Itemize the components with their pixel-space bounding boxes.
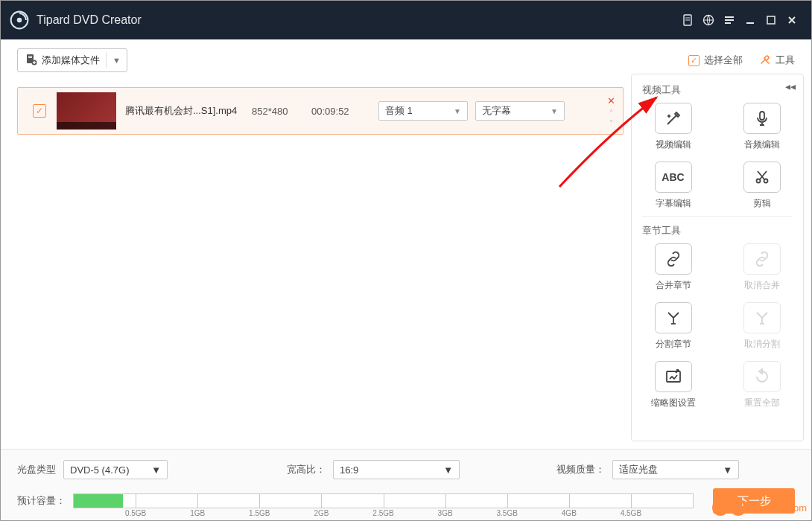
svg-point-20 — [756, 179, 760, 183]
image-export-icon — [664, 368, 682, 386]
select-all-checkbox[interactable]: ✓ 选择全部 — [688, 54, 743, 67]
svg-rect-15 — [28, 57, 32, 58]
link-icon — [664, 250, 682, 268]
chevron-down-icon: ▼ — [112, 56, 121, 65]
svg-point-21 — [764, 179, 767, 183]
aspect-ratio-select[interactable]: 16:9▼ — [333, 460, 460, 479]
thumbnail-tool[interactable]: 缩略图设置 — [651, 361, 696, 409]
media-row[interactable]: ✓ 腾讯最有机会封...S1].mp4 852*480 00:09:52 音频 … — [17, 87, 624, 135]
add-file-icon — [25, 54, 37, 68]
maximize-button[interactable] — [761, 10, 781, 31]
scissors-icon — [753, 168, 771, 186]
move-up-button[interactable]: ˄ — [609, 109, 613, 117]
reset-all-tool: 重置全部 — [743, 361, 781, 409]
video-quality-select[interactable]: 适应光盘▼ — [612, 460, 739, 479]
capacity-label: 预计容量： — [17, 494, 66, 508]
video-edit-tool[interactable]: 视频编辑 — [655, 103, 692, 151]
video-tools-title: 视频工具 — [642, 83, 793, 97]
microphone-icon — [753, 109, 771, 127]
bottom-bar: 光盘类型 DVD-5 (4.7G)▼ 宽高比： 16:9▼ 视频质量： 适应光盘… — [1, 449, 811, 520]
title-bar: Tipard DVD Creator — [1, 1, 811, 39]
chevron-down-icon: ▼ — [454, 107, 461, 115]
unsplit-icon — [753, 309, 771, 327]
capacity-fill — [74, 494, 123, 508]
subtitle-select[interactable]: 无字幕 ▼ — [475, 101, 565, 121]
reset-icon — [753, 368, 771, 386]
toolbar: 添加媒体文件 ▼ ✓ 选择全部 工具 — [1, 39, 811, 74]
svg-rect-14 — [28, 56, 32, 57]
minimize-button[interactable] — [740, 10, 761, 31]
video-thumbnail[interactable] — [57, 92, 116, 130]
svg-rect-8 — [725, 22, 731, 24]
trim-tool[interactable]: 剪辑 — [743, 162, 781, 210]
select-all-label: 选择全部 — [704, 54, 743, 67]
close-button[interactable] — [781, 10, 802, 31]
wrench-icon — [759, 54, 771, 68]
titlebar-menu-icon[interactable] — [719, 10, 740, 31]
abc-icon: ABC — [662, 171, 684, 183]
svg-point-1 — [17, 18, 22, 23]
subtitle-select-value: 无字幕 — [482, 104, 511, 118]
merge-chapter-tool[interactable]: 合并章节 — [655, 243, 692, 292]
media-list: ✓ 腾讯最有机会封...S1].mp4 852*480 00:09:52 音频 … — [1, 74, 631, 449]
subtitle-edit-tool[interactable]: ABC 字幕编辑 — [655, 162, 692, 210]
audio-select-value: 音频 1 — [385, 104, 413, 118]
aspect-label: 宽高比： — [287, 463, 326, 476]
unmerge-chapter-tool: 取消合并 — [743, 243, 781, 292]
unlink-icon — [753, 250, 771, 268]
chevron-down-icon: ▼ — [151, 464, 161, 476]
panel-collapse-button[interactable]: ◂◂ — [785, 80, 796, 92]
tools-label: 工具 — [775, 54, 795, 67]
disc-type-label: 光盘类型 — [17, 463, 56, 476]
titlebar-globe-icon[interactable] — [698, 10, 719, 31]
row-actions: ✕ ˄ ˅ — [607, 95, 615, 127]
audio-edit-tool[interactable]: 音频编辑 — [743, 103, 781, 151]
svg-rect-10 — [767, 16, 775, 24]
app-title: Tipard DVD Creator — [37, 13, 142, 27]
tool-panel: ◂◂ 视频工具 视频编辑 音频编辑 ABC 字幕编辑 剪辑 章节工具 — [631, 74, 804, 441]
next-step-button[interactable]: 下一步 — [713, 488, 795, 514]
svg-rect-19 — [760, 112, 764, 120]
magic-wand-icon — [664, 109, 682, 127]
quality-label: 视频质量： — [556, 463, 605, 476]
add-media-button[interactable]: 添加媒体文件 ▼ — [17, 48, 127, 72]
main-area: ✓ 腾讯最有机会封...S1].mp4 852*480 00:09:52 音频 … — [1, 74, 811, 449]
unsplit-chapter-tool: 取消分割 — [743, 302, 781, 351]
filename-label: 腾讯最有机会封...S1].mp4 — [125, 104, 252, 118]
app-logo-icon — [10, 10, 29, 30]
resolution-label: 852*480 — [252, 106, 311, 117]
disc-type-select[interactable]: DVD-5 (4.7G)▼ — [63, 460, 168, 479]
audio-track-select[interactable]: 音频 1 ▼ — [378, 101, 468, 121]
svg-rect-6 — [725, 16, 734, 18]
move-down-button[interactable]: ˅ — [609, 119, 613, 127]
delete-row-button[interactable]: ✕ — [607, 95, 615, 106]
chevron-down-icon: ▼ — [551, 107, 558, 115]
row-checkbox[interactable]: ✓ — [33, 104, 46, 118]
chevron-down-icon: ▼ — [723, 464, 732, 476]
svg-rect-7 — [725, 19, 734, 21]
tools-button[interactable]: 工具 — [759, 54, 795, 68]
duration-label: 00:09:52 — [311, 106, 378, 117]
add-media-label: 添加媒体文件 — [42, 54, 100, 67]
chapter-tools-title: 章节工具 — [642, 224, 793, 237]
svg-rect-22 — [667, 371, 680, 382]
titlebar-file-icon[interactable] — [677, 10, 698, 31]
chevron-down-icon: ▼ — [443, 464, 453, 476]
split-chapter-tool[interactable]: 分割章节 — [655, 302, 692, 351]
capacity-bar: 0.5GB 1GB 1.5GB 2GB 2.5GB 3GB 3.5GB 4GB … — [73, 493, 694, 508]
checkbox-checked-icon: ✓ — [688, 55, 700, 66]
split-icon — [664, 309, 682, 327]
